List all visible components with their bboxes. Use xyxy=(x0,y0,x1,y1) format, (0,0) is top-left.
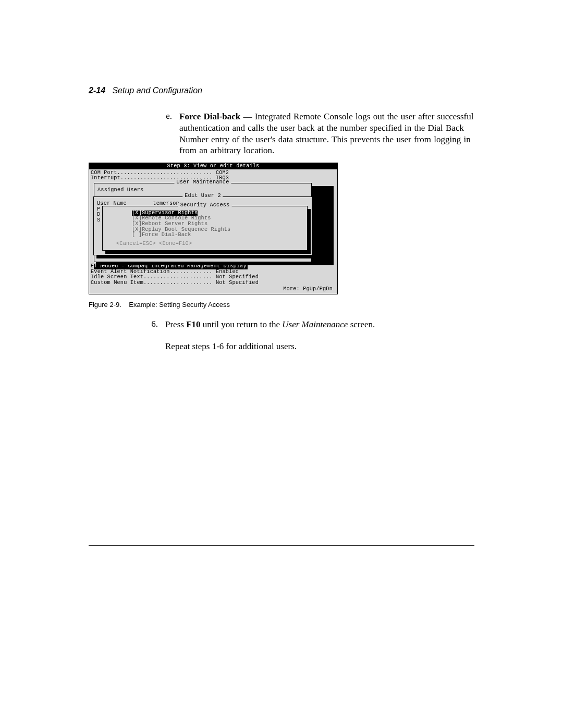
panel-legend-user-maint: User Maintenance xyxy=(174,180,231,186)
list-marker: e. xyxy=(162,111,172,156)
embedded-section: Embedded - Compaq Integrated Management … xyxy=(91,264,336,286)
step6-post: screen. xyxy=(348,319,375,329)
list-item-e-block: e. Force Dial-back — Integrated Remote C… xyxy=(162,111,474,156)
chapter-title: Setup and Configuration xyxy=(112,86,202,95)
panel-legend-edit-user: Edit User 2 xyxy=(182,193,223,199)
document-page: 2-14 Setup and Configuration e. Force Di… xyxy=(0,0,563,728)
list-item-e: e. Force Dial-back — Integrated Remote C… xyxy=(162,111,474,156)
screen-user-maintenance: User Maintenance xyxy=(282,319,348,329)
panel-legend-security: Security Access xyxy=(178,203,232,208)
panel-user-maintenance: User Maintenance Assigned Users Edit Use… xyxy=(94,183,312,262)
scroll-indicator xyxy=(96,262,100,269)
panel-actions[interactable]: <Cancel=ESC> <Done=F10> xyxy=(116,241,304,247)
right-force-dial-back[interactable]: [ ]Force Dial-Back xyxy=(132,232,302,238)
terminal-window: Step 3: View or edit details COM Port...… xyxy=(89,163,338,294)
list-text: Force Dial-back — Integrated Remote Cons… xyxy=(179,111,474,156)
step-6-text: Press F10 until you return to the User M… xyxy=(165,319,474,330)
truncated-text-tion: tion xyxy=(317,250,331,256)
step-6-number: 6. xyxy=(149,319,158,330)
figure-2-9: Step 3: View or edit details COM Port...… xyxy=(89,163,474,309)
page-header: 2-14 Setup and Configuration xyxy=(89,86,474,95)
step-6: 6. Press F10 until you return to the Use… xyxy=(149,319,474,330)
panel-edit-user-2: Edit User 2 User Name temerson P D S Sec… xyxy=(93,196,312,255)
key-f10: F10 xyxy=(186,319,200,329)
page-number: 2-14 xyxy=(89,86,105,95)
repeat-instruction: Repeat steps 1-6 for additional users. xyxy=(165,341,474,352)
panel-security-access: Security Access [X]Supervisor Rights [X]… xyxy=(102,206,308,251)
truncated-text-ings: ings xyxy=(317,241,331,247)
footer-rule xyxy=(89,545,474,546)
step-6-block: 6. Press F10 until you return to the Use… xyxy=(149,319,474,352)
step6-mid: until you return to the xyxy=(201,319,283,329)
dash: — xyxy=(240,112,255,121)
figure-number: Figure 2-9. xyxy=(89,301,121,309)
step6-pre: Press xyxy=(165,319,186,329)
rights-list: [X]Supervisor Rights [X]Remote Console R… xyxy=(132,211,302,239)
embedded-header: Embedded - Compaq Integrated Management … xyxy=(91,264,336,269)
figure-title: Example: Setting Security Access xyxy=(129,301,230,309)
embedded-custom-menu: Custom Menu Item..................... No… xyxy=(91,280,336,286)
embedded-header-rest: mbedded - Compaq Integrated Management D… xyxy=(94,264,247,269)
term-force-dial-back: Force Dial-back xyxy=(179,112,240,121)
figure-caption: Figure 2-9. Example: Setting Security Ac… xyxy=(89,301,474,309)
terminal-title: Step 3: View or edit details xyxy=(89,163,337,169)
more-hint: More: PgUp/PgDn xyxy=(91,287,336,292)
